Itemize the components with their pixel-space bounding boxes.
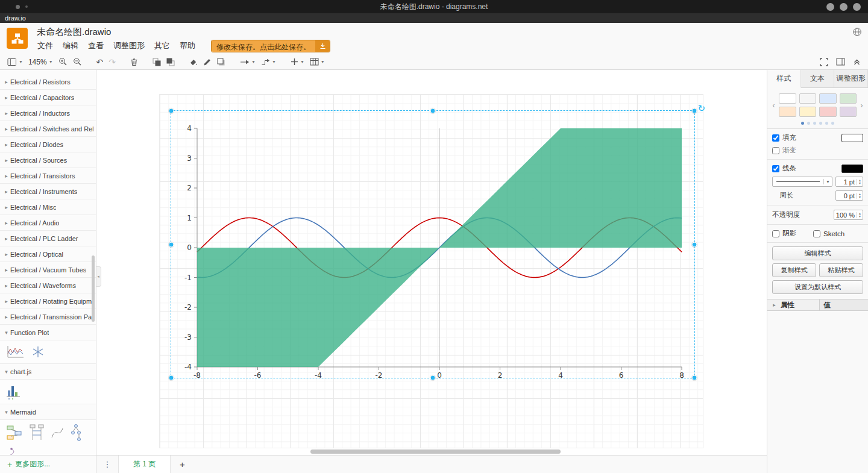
menu-arrange[interactable]: 调整图形 [108,39,149,53]
zoom-out-button[interactable] [73,55,82,69]
sidebar-scrollbar[interactable] [92,255,95,322]
sidebar-section-electrical-transistors[interactable]: ▸Electrical / Transistors [0,168,96,184]
copy-style-button[interactable]: 复制样式 [772,263,816,277]
format-tab-arrange[interactable]: 调整图形 [834,70,868,87]
download-icon[interactable] [315,40,330,52]
swatch-page-dot-4[interactable] [825,122,828,125]
gradient-checkbox[interactable] [772,147,779,154]
sidebar-section-electrical-switches-and-rel[interactable]: ▸Electrical / Switches and Rel... [0,121,96,137]
sidebar-section-electrical-instruments[interactable]: ▸Electrical / Instruments [0,184,96,199]
shape-thumb-tree[interactable] [70,424,82,442]
menu-help[interactable]: 帮助 [175,39,200,53]
redo-button[interactable]: ↷ [108,55,116,69]
swatch-page-dot-5[interactable] [831,122,834,125]
zoom-in-button[interactable] [58,55,68,69]
stepper-icon[interactable]: ▲▼ [857,212,863,218]
table-button[interactable]: ▼ [310,55,325,69]
sidebar-section-electrical-rotating-equipm[interactable]: ▸Electrical / Rotating Equipm... [0,293,96,309]
menu-extras[interactable]: 其它 [149,39,175,53]
sidebar-section-electrical-optical[interactable]: ▸Electrical / Optical [0,246,96,262]
line-checkbox[interactable] [772,165,779,172]
swatch-next-button[interactable]: › [858,101,866,110]
sidebar-section-electrical-plc-ladder[interactable]: ▸Electrical / PLC Ladder [0,231,96,246]
shape-thumb-state[interactable] [6,448,17,455]
shape-thumb-sequence[interactable] [29,424,45,441]
opacity-input[interactable]: 100 % ▲▼ [834,210,863,220]
pages-menu-icon[interactable]: ⋮ [96,460,118,469]
style-swatch-3[interactable] [840,93,857,104]
rotate-handle-icon[interactable]: ↻ [697,104,705,113]
waypoint-style-button[interactable]: ▼ [261,55,276,69]
function-plot-shape[interactable]: -8-6-4-202468-4-3-2-101234 [171,110,695,378]
sidebar-section-electrical-audio[interactable]: ▸Electrical / Audio [0,215,96,231]
horizontal-scrollbar[interactable] [310,450,561,454]
format-panel-toggle-button[interactable] [836,55,845,69]
shadow-checkbox[interactable] [772,230,779,237]
line-color-button[interactable] [203,55,212,69]
line-width-input[interactable]: 1 pt ▲▼ [835,177,863,187]
language-globe-icon[interactable] [852,27,862,37]
sidebar-section-electrical-sources[interactable]: ▸Electrical / Sources [0,152,96,168]
connection-style-button[interactable]: ▼ [240,55,256,69]
style-swatch-5[interactable] [799,107,817,117]
style-swatch-7[interactable] [840,107,857,117]
sidebar-section-electrical-inductors[interactable]: ▸Electrical / Inductors [0,105,96,121]
sidebar-section-chart-js[interactable]: ▾chart.js [0,364,96,380]
style-swatch-1[interactable] [799,93,817,104]
property-column-header[interactable]: ▸属性 [767,301,819,310]
insert-button[interactable]: ▼ [291,55,304,69]
format-tab-style[interactable]: 样式 [767,70,801,88]
line-style-dropdown[interactable]: ▼ [772,177,832,187]
stepper-icon[interactable]: ▲▼ [857,193,863,199]
fullscreen-button[interactable] [820,55,828,69]
sidebar-section-function-plot[interactable]: ▾Function Plot [0,325,96,340]
document-title[interactable]: 未命名绘图.drawio [33,25,330,39]
sidebar-section-electrical-diodes[interactable]: ▸Electrical / Diodes [0,137,96,152]
swatch-page-dot-0[interactable] [801,122,804,125]
style-swatch-2[interactable] [819,93,837,104]
shape-thumb-function-plot[interactable] [6,344,25,360]
shape-thumb-curve[interactable] [51,424,64,441]
shadow-button[interactable] [217,55,225,69]
sidebar-section-electrical-misc[interactable]: ▸Electrical / Misc [0,199,96,215]
menu-edit[interactable]: 编辑 [58,39,83,53]
sidebar-collapse-nub[interactable]: ◂ [96,266,101,287]
zoom-dropdown[interactable]: 145% ▼ [28,55,53,69]
unsaved-changes-banner[interactable]: 修改未保存。点击此处保存。 [211,40,330,52]
shape-thumb-bar-chart[interactable] [6,383,20,400]
page-tab-1[interactable]: 第 1 页 [118,456,171,473]
add-page-button[interactable]: + [171,459,193,469]
fill-color-chip[interactable] [841,134,863,142]
style-swatch-6[interactable] [819,107,837,117]
delete-button[interactable] [130,55,138,69]
sidebar-section-mermaid[interactable]: ▾Mermaid [0,404,96,420]
menu-view[interactable]: 查看 [83,39,108,53]
style-swatch-0[interactable] [779,93,796,104]
set-default-style-button[interactable]: 设置为默认样式 [772,280,863,294]
view-options-button[interactable]: ▼ [7,55,23,69]
window-close-button[interactable] [853,3,861,11]
stepper-icon[interactable]: ▲▼ [857,179,863,185]
to-back-button[interactable] [166,55,175,69]
swatch-prev-button[interactable]: ‹ [770,101,778,110]
more-shapes-button[interactable]: + 更多图形... [0,455,96,473]
collapse-expand-button[interactable] [853,55,861,69]
swatch-page-dot-1[interactable] [807,122,810,125]
paste-style-button[interactable]: 粘贴样式 [819,263,863,277]
sidebar-section-electrical-vacuum-tubes[interactable]: ▸Electrical / Vacuum Tubes [0,262,96,278]
window-minimize-button[interactable] [826,3,834,11]
fill-checkbox[interactable] [772,134,779,142]
fill-color-button[interactable] [189,55,198,69]
undo-button[interactable]: ↶ [96,55,104,69]
perimeter-input[interactable]: 0 pt ▲▼ [835,190,863,201]
to-front-button[interactable] [153,55,161,69]
style-swatch-4[interactable] [779,107,796,117]
shape-thumb-flowchart[interactable] [6,424,23,441]
line-color-chip[interactable] [841,164,863,173]
sketch-checkbox[interactable] [813,230,820,237]
window-maximize-button[interactable] [840,3,848,11]
format-tab-text[interactable]: 文本 [801,70,835,87]
shape-thumb-scatter-plot[interactable] [31,345,45,359]
sidebar-section-electrical-waveforms[interactable]: ▸Electrical / Waveforms [0,278,96,293]
sidebar-section-electrical-resistors[interactable]: ▸Electrical / Resistors [0,74,96,90]
